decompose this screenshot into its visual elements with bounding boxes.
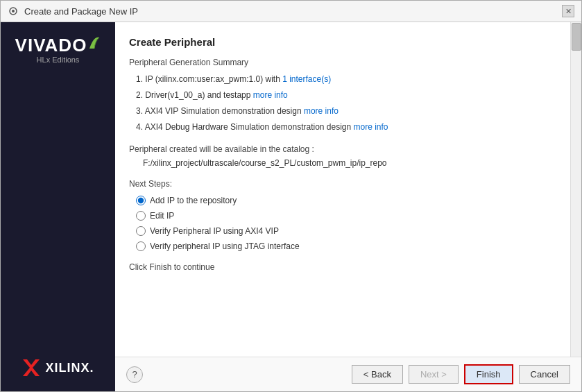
svg-point-1 xyxy=(12,10,15,12)
radio-input-4[interactable] xyxy=(136,241,146,251)
scrollbar-thumb[interactable] xyxy=(572,23,581,51)
radio-input-2[interactable] xyxy=(136,211,146,221)
title-bar-left: Create and Package New IP xyxy=(8,6,138,17)
radio-option-2[interactable]: Edit IP xyxy=(136,211,567,221)
scroll-area: Create Peripheral Peripheral Generation … xyxy=(115,22,581,357)
cancel-button[interactable]: Cancel xyxy=(519,365,570,384)
radio-group: Add IP to the repository Edit IP Verify … xyxy=(129,196,567,251)
xilinx-logo: XILINX. xyxy=(22,358,94,377)
item4-prefix: 4. AXI4 Debug Hardware Simulation demons… xyxy=(136,122,354,132)
radio-option-1[interactable]: Add IP to the repository xyxy=(136,196,567,205)
summary-list: 1. IP (xilinx.com:user:ax_pwm:1.0) with … xyxy=(129,73,567,133)
list-item: 3. AXI4 VIP Simulation demonstration des… xyxy=(136,105,567,117)
leaf-icon xyxy=(88,35,101,50)
item3-link[interactable]: more info xyxy=(304,106,339,116)
item3-prefix: 3. AXI4 VIP Simulation demonstration des… xyxy=(136,106,304,116)
help-button[interactable]: ? xyxy=(126,366,143,383)
item1-link[interactable]: 1 interface(s) xyxy=(282,74,331,84)
radio-option-4[interactable]: Verify peripheral IP using JTAG interfac… xyxy=(136,241,567,251)
summary-label: Peripheral Generation Summary xyxy=(129,58,567,67)
radio-label-3: Verify Peripheral IP using AXI4 VIP xyxy=(150,226,279,236)
title-bar: Create and Package New IP ✕ xyxy=(1,1,581,22)
window-icon xyxy=(8,6,19,17)
next-steps-label: Next Steps: xyxy=(129,179,567,189)
radio-option-3[interactable]: Verify Peripheral IP using AXI4 VIP xyxy=(136,226,567,236)
vivado-logo: VIVADO HLx Editions xyxy=(15,36,101,64)
vivado-text: VIVADO xyxy=(15,36,87,54)
item2-prefix: 2. Driver(v1_00_a) and testapp xyxy=(136,90,253,100)
section-title: Create Peripheral xyxy=(129,36,567,48)
item2-link[interactable]: more info xyxy=(253,90,288,100)
item4-link[interactable]: more info xyxy=(354,122,388,132)
close-button[interactable]: ✕ xyxy=(562,5,574,17)
finish-note: Click Finish to continue xyxy=(129,262,567,272)
item1-prefix: 1. IP (xilinx.com:user:ax_pwm:1.0) with xyxy=(136,74,282,84)
catalog-label: Peripheral created will be available in … xyxy=(129,144,567,154)
radio-label-1: Add IP to the repository xyxy=(150,196,237,205)
bottom-right: < Back Next > Finish Cancel xyxy=(352,364,570,384)
xilinx-text: XILINX. xyxy=(45,361,94,375)
bottom-left: ? xyxy=(126,366,143,383)
content-area: VIVADO HLx Editions XILINX. xyxy=(1,22,581,391)
main-panel: Create Peripheral Peripheral Generation … xyxy=(115,22,581,391)
hlx-text: HLx Editions xyxy=(37,56,80,64)
radio-label-4: Verify peripheral IP using JTAG interfac… xyxy=(150,241,300,251)
back-button[interactable]: < Back xyxy=(352,365,403,384)
catalog-path: F:/xilinx_project/ultrascale/course_s2_P… xyxy=(129,158,567,168)
xilinx-icon xyxy=(22,358,41,377)
radio-label-2: Edit IP xyxy=(150,211,174,221)
next-button[interactable]: Next > xyxy=(409,365,459,384)
list-item: 4. AXI4 Debug Hardware Simulation demons… xyxy=(136,121,567,133)
main-window: Create and Package New IP ✕ VIVADO HLx E… xyxy=(0,0,582,392)
finish-button[interactable]: Finish xyxy=(464,364,513,384)
list-item: 1. IP (xilinx.com:user:ax_pwm:1.0) with … xyxy=(136,73,567,85)
sidebar-bottom: XILINX. xyxy=(22,358,94,377)
radio-input-1[interactable] xyxy=(136,196,146,205)
list-item: 2. Driver(v1_00_a) and testapp more info xyxy=(136,89,567,101)
scrollbar-track[interactable] xyxy=(570,22,581,357)
window-title: Create and Package New IP xyxy=(24,6,138,17)
svg-marker-2 xyxy=(23,359,40,376)
sidebar: VIVADO HLx Editions XILINX. xyxy=(1,22,115,391)
radio-input-3[interactable] xyxy=(136,226,146,236)
bottom-bar: ? < Back Next > Finish Cancel xyxy=(115,357,581,391)
